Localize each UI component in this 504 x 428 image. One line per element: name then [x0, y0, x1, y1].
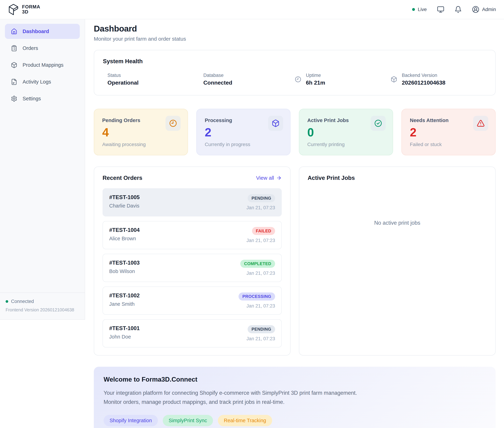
- admin-menu[interactable]: Admin: [472, 6, 496, 13]
- stat-cards: Pending Orders4Awaiting processingProces…: [94, 109, 496, 155]
- welcome-tags: Shopify IntegrationSimplyPrint SyncReal-…: [104, 415, 486, 426]
- box-icon: [272, 119, 280, 127]
- stat-icon-chip: [166, 116, 181, 131]
- order-customer: John Doe: [109, 334, 140, 340]
- sidebar-item-label: Product Mappings: [23, 62, 64, 68]
- live-dot-icon: [412, 8, 415, 11]
- tag-real-time-tracking: Real-time Tracking: [218, 415, 272, 426]
- metric-value: 20260121004638: [402, 80, 445, 86]
- sidebar-item-orders[interactable]: Orders: [5, 41, 80, 56]
- sidebar-item-product-mappings[interactable]: Product Mappings: [5, 58, 80, 73]
- clock-icon: [169, 119, 177, 127]
- metric-value: 6h 21m: [306, 80, 325, 86]
- connection-status: Connected: [6, 299, 79, 304]
- system-health-title: System Health: [103, 58, 487, 65]
- view-all-link[interactable]: View all: [256, 175, 282, 181]
- sidebar-footer: Connected Frontend Version 2026012100463…: [0, 292, 85, 320]
- order-status-badge: COMPLETED: [240, 260, 275, 268]
- check-icon: [374, 119, 382, 127]
- order-row[interactable]: #TEST-1002Jane SmithPROCESSINGJan 21, 07…: [103, 287, 282, 315]
- sidebar-nav: DashboardOrdersProduct MappingsActivity …: [0, 19, 85, 108]
- health-metric-status: StatusOperational: [103, 73, 199, 86]
- user-circle-icon: [472, 6, 479, 13]
- order-customer: Jane Smith: [109, 301, 140, 307]
- stat-icon-chip: [268, 116, 283, 131]
- order-date: Jan 21, 07:23: [246, 336, 275, 341]
- health-metric-database: DatabaseConnected: [199, 73, 295, 86]
- sidebar-item-label: Orders: [23, 45, 38, 51]
- page-subtitle: Monitor your print farm and order status: [94, 36, 496, 42]
- metric-label: Backend Version: [402, 73, 445, 78]
- sidebar-item-label: Activity Logs: [23, 79, 51, 85]
- order-customer: Charlie Davis: [109, 203, 140, 209]
- sidebar-item-dashboard[interactable]: Dashboard: [5, 24, 80, 39]
- stat-caption: Failed or stuck: [410, 142, 487, 147]
- stat-caption: Currently printing: [307, 142, 385, 147]
- brand: FORMA 3D: [8, 4, 40, 15]
- stat-card-pending-orders: Pending Orders4Awaiting processing: [94, 109, 188, 155]
- order-id: #TEST-1001: [109, 325, 140, 331]
- order-status-badge: PENDING: [248, 194, 275, 202]
- order-row[interactable]: #TEST-1001John DoePENDINGJan 21, 07:23: [103, 319, 282, 347]
- box-icon: [11, 62, 17, 68]
- orders-list: #TEST-1005Charlie DavisPENDINGJan 21, 07…: [103, 188, 282, 347]
- stat-caption: Awaiting processing: [102, 142, 180, 147]
- order-status-badge: PROCESSING: [239, 292, 275, 301]
- order-id: #TEST-1004: [109, 227, 140, 233]
- order-row[interactable]: #TEST-1004Alice BrownFAILEDJan 21, 07:23: [103, 221, 282, 249]
- metric-label: Database: [203, 73, 232, 78]
- order-row[interactable]: #TEST-1005Charlie DavisPENDINGJan 21, 07…: [103, 188, 282, 216]
- order-id: #TEST-1002: [109, 292, 140, 299]
- metric-value: Operational: [107, 80, 139, 86]
- metric-label: Uptime: [306, 73, 325, 78]
- order-date: Jan 21, 07:23: [246, 205, 275, 211]
- order-date: Jan 21, 07:23: [240, 271, 275, 276]
- frontend-version: Frontend Version 20260121004638: [6, 307, 79, 313]
- recent-orders-title: Recent Orders: [103, 175, 142, 181]
- sidebar-item-activity-logs[interactable]: Activity Logs: [5, 74, 80, 89]
- sidebar-item-settings[interactable]: Settings: [5, 91, 80, 106]
- empty-state-message: No active print jobs: [308, 188, 487, 226]
- order-status-badge: FAILED: [252, 227, 275, 235]
- connected-label: Connected: [11, 299, 34, 304]
- file-icon: [11, 79, 17, 85]
- bell-icon[interactable]: [455, 6, 462, 13]
- order-customer: Alice Brown: [109, 236, 140, 241]
- app-header: FORMA 3D Live Admin: [0, 0, 504, 19]
- order-id: #TEST-1003: [109, 260, 140, 266]
- clipboard-icon: [11, 45, 17, 51]
- order-id: #TEST-1005: [109, 194, 140, 200]
- arrow-right-icon: [276, 175, 282, 181]
- admin-label: Admin: [482, 7, 496, 12]
- stat-caption: Currently in progress: [205, 142, 282, 147]
- welcome-card: Welcome to Forma3D.Connect Your integrat…: [94, 367, 496, 428]
- order-customer: Bob Wilson: [109, 268, 140, 274]
- stat-card-active-print-jobs: Active Print Jobs0Currently printing: [299, 109, 393, 155]
- active-print-jobs-card: Active Print Jobs No active print jobs: [299, 166, 496, 355]
- metric-label: Status: [107, 73, 139, 78]
- view-all-label: View all: [256, 175, 274, 181]
- health-metric-uptime: Uptime6h 21m: [295, 73, 391, 86]
- order-status-badge: PENDING: [248, 325, 275, 333]
- recent-orders-card: Recent Orders View all #TEST-1005Charlie…: [94, 166, 290, 355]
- order-row[interactable]: #TEST-1003Bob WilsonCOMPLETEDJan 21, 07:…: [103, 254, 282, 282]
- tag-simplyprint-sync: SimplyPrint Sync: [163, 415, 213, 426]
- sidebar: DashboardOrdersProduct MappingsActivity …: [0, 19, 85, 320]
- forma3d-logo: [8, 4, 19, 15]
- order-date: Jan 21, 07:23: [239, 303, 275, 309]
- monitor-icon[interactable]: [437, 6, 444, 13]
- box-icon: [391, 76, 397, 83]
- active-print-jobs-title: Active Print Jobs: [308, 175, 355, 181]
- order-date: Jan 21, 07:23: [246, 238, 275, 243]
- main-content: Dashboard Monitor your print farm and or…: [85, 19, 504, 428]
- stat-card-processing: Processing2Currently in progress: [196, 109, 290, 155]
- home-icon: [11, 28, 17, 35]
- brand-name: FORMA 3D: [22, 4, 40, 15]
- live-label: Live: [418, 7, 427, 12]
- welcome-description: Your integration platform for connecting…: [104, 388, 366, 407]
- health-metric-backend-version: Backend Version20260121004638: [391, 73, 487, 86]
- sidebar-item-label: Dashboard: [23, 29, 49, 34]
- welcome-title: Welcome to Forma3D.Connect: [104, 376, 486, 383]
- sidebar-item-label: Settings: [23, 96, 41, 102]
- page-title: Dashboard: [94, 24, 496, 33]
